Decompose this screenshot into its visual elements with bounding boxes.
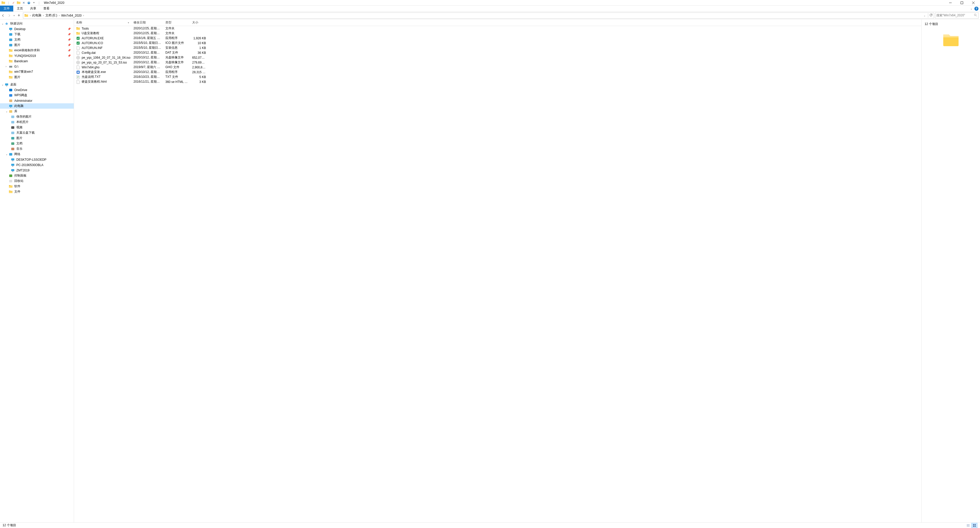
breadcrumb-item[interactable]: Win7x64_2020 — [61, 14, 82, 17]
sidebar-item[interactable]: excel表格制作求和📌 — [0, 48, 74, 53]
sidebar-item[interactable]: 保存的图片 — [0, 114, 74, 119]
file-row[interactable]: 硬盘安装教程.html2016/11/21, 星期一 2...360 se HT… — [74, 79, 921, 84]
qat-dropdown-icon[interactable]: ▼ — [32, 0, 36, 5]
forward-button[interactable] — [6, 13, 12, 19]
svg-rect-24 — [11, 137, 14, 140]
help-icon[interactable]: ? — [974, 6, 978, 11]
sidebar-item[interactable]: ZMT2019 — [0, 168, 74, 173]
address-bar-row: ▾ › 此电脑 › 文档 (E:) › Win7x64_2020 › ⌄ 搜索"… — [0, 12, 980, 19]
sidebar-item[interactable]: DESKTOP-LSSOEDP — [0, 157, 74, 162]
file-name: pe_yqs_1064_20_07_31_16_04.iso — [82, 56, 130, 59]
up-button[interactable] — [16, 13, 22, 19]
desktop-icon — [9, 27, 13, 31]
breadcrumb-chevron-icon[interactable]: › — [59, 14, 59, 17]
breadcrumb-item[interactable]: 文档 (E:) — [45, 13, 57, 17]
sidebar-item[interactable]: 音乐 — [0, 146, 74, 152]
sidebar-item[interactable]: 文档📌 — [0, 37, 74, 42]
expander-icon[interactable]: ⌄ — [2, 22, 5, 25]
sidebar-item[interactable]: OneDrive — [0, 87, 74, 93]
check-qat-icon[interactable]: ✓ — [11, 0, 16, 5]
ie-qat-icon[interactable] — [27, 0, 31, 5]
column-date[interactable]: 修改日期 — [131, 21, 163, 25]
svg-point-33 — [77, 71, 79, 73]
expander-icon[interactable]: ⌄ — [6, 110, 9, 113]
tab-home[interactable]: 主页 — [13, 6, 27, 11]
sidebar-item[interactable]: 图片📌 — [0, 42, 74, 48]
search-icon[interactable] — [974, 13, 977, 17]
sidebar-item[interactable]: 此电脑 — [0, 103, 74, 109]
sidebar-item[interactable]: ›G:\ — [0, 64, 74, 69]
tab-file[interactable]: 文件 — [0, 6, 13, 11]
pin-icon: 📌 — [68, 27, 71, 30]
navigation-pane[interactable]: ⌄快速访问Desktop📌下载📌文档📌图片📌excel表格制作求和📌YUNQIS… — [0, 19, 74, 522]
sidebar-item[interactable]: YUNQISHI2019📌 — [0, 53, 74, 59]
file-list[interactable]: 名称▾ 修改日期 类型 大小 Tools2020/12/25, 星期五 1...… — [74, 19, 921, 522]
sidebar-item[interactable]: 文件 — [0, 189, 74, 194]
sidebar-item[interactable]: win7重装win7 — [0, 69, 74, 75]
sidebar-item[interactable]: 天翼云盘下载 — [0, 130, 74, 135]
breadcrumb[interactable]: › 此电脑 › 文档 (E:) › Win7x64_2020 › ⌄ — [23, 13, 934, 19]
column-type[interactable]: 类型 — [163, 21, 190, 25]
minimize-button[interactable] — [945, 0, 956, 5]
close-button[interactable] — [967, 0, 979, 5]
file-row[interactable]: U盘安装教程2020/12/25, 星期五 1...文件夹 — [74, 31, 921, 36]
file-row[interactable]: 本地硬盘安装.exe2020/10/12, 星期一 1...应用程序28,315… — [74, 70, 921, 75]
sidebar-item[interactable]: 文档 — [0, 141, 74, 146]
sidebar-item[interactable]: 控制面板 — [0, 173, 74, 178]
sidebar-item[interactable]: 下载📌 — [0, 32, 74, 37]
chevron-down-icon[interactable]: ⌄ — [970, 7, 972, 10]
sidebar-item[interactable]: 图片 — [0, 75, 74, 80]
sidebar-item[interactable]: 图片 — [0, 135, 74, 141]
maximize-button[interactable] — [956, 0, 967, 5]
sidebar-item[interactable]: 本机照片 — [0, 119, 74, 125]
sidebar-item[interactable]: ⌄快速访问 — [0, 21, 74, 26]
tab-view[interactable]: 查看 — [40, 6, 53, 11]
expander-icon[interactable]: ⌄ — [2, 83, 5, 86]
sidebar-item-label: 文档 — [16, 141, 22, 146]
sidebar-item[interactable]: ⌄桌面 — [0, 82, 74, 87]
expander-icon[interactable]: ⌄ — [6, 153, 9, 155]
delete-qat-icon[interactable]: ✕ — [21, 0, 26, 5]
breadcrumb-chevron-icon[interactable]: › — [43, 14, 44, 17]
file-row[interactable]: AUTORUN.ICO2015/5/10, 星期日 02...ICO 图片文件1… — [74, 41, 921, 45]
folder-qat-icon[interactable] — [1, 0, 6, 5]
column-name[interactable]: 名称▾ — [74, 21, 131, 25]
ribbon-tabs: 文件 主页 共享 查看 ⌄ ? — [0, 6, 980, 12]
file-row[interactable]: pe_yqs_1064_20_07_31_16_04.iso2020/10/12… — [74, 55, 921, 60]
refresh-icon[interactable] — [928, 13, 933, 17]
folder-qat-icon-2[interactable] — [16, 0, 21, 5]
sidebar-item[interactable]: Bandicam — [0, 59, 74, 64]
sidebar-item[interactable]: Administrator — [0, 98, 74, 103]
search-input[interactable]: 搜索"Win7x64_2020" — [935, 13, 978, 19]
file-type: 文件夹 — [163, 26, 190, 31]
file-row[interactable]: Tools2020/12/25, 星期五 1...文件夹 — [74, 26, 921, 31]
column-size[interactable]: 大小 — [190, 21, 208, 25]
breadcrumb-chevron-icon[interactable]: › — [30, 14, 30, 17]
sidebar-item[interactable]: 视频 — [0, 125, 74, 130]
breadcrumb-chevron-icon[interactable]: › — [83, 14, 84, 17]
sidebar-item[interactable]: Desktop📌 — [0, 26, 74, 32]
address-dropdown-icon[interactable]: ⌄ — [922, 14, 927, 17]
file-row[interactable]: AUTORUN.EXE2016/1/8, 星期五 04:...应用程序1,926… — [74, 36, 921, 41]
sidebar-item[interactable]: WPS网盘 — [0, 93, 74, 98]
history-dropdown[interactable]: ▾ — [12, 13, 16, 19]
sidebar-item[interactable]: ⌄网络 — [0, 152, 74, 157]
back-button[interactable] — [0, 13, 6, 19]
view-icons-button[interactable] — [971, 523, 977, 528]
sidebar-item[interactable]: 软件 — [0, 184, 74, 189]
view-details-button[interactable] — [965, 523, 971, 528]
breadcrumb-item[interactable]: 此电脑 — [32, 13, 41, 17]
tab-share[interactable]: 共享 — [27, 6, 40, 11]
file-row[interactable]: AUTORUN.INF2015/5/10, 星期日 02...安装信息1 KB — [74, 45, 921, 50]
breadcrumb-root-icon[interactable] — [24, 14, 28, 17]
file-row[interactable]: 光盘说明.TXT2016/10/23, 星期日 0...TXT 文件5 KB — [74, 75, 921, 79]
svg-rect-43 — [973, 524, 974, 525]
sidebar-item[interactable]: ⌄库 — [0, 109, 74, 114]
svg-rect-25 — [11, 142, 14, 145]
file-row[interactable]: pe_yqs_xp_20_07_31_15_53.iso2020/10/12, … — [74, 60, 921, 65]
sidebar-item[interactable]: PC-20190530OBLA — [0, 162, 74, 168]
file-row[interactable]: Config.dat2020/10/12, 星期一 1...DAT 文件36 K… — [74, 50, 921, 55]
file-row[interactable]: Win7x64.gho2019/9/7, 星期六 19:...GHO 文件2,9… — [74, 65, 921, 70]
expander-icon[interactable]: › — [6, 65, 9, 68]
sidebar-item[interactable]: 回收站 — [0, 178, 74, 184]
